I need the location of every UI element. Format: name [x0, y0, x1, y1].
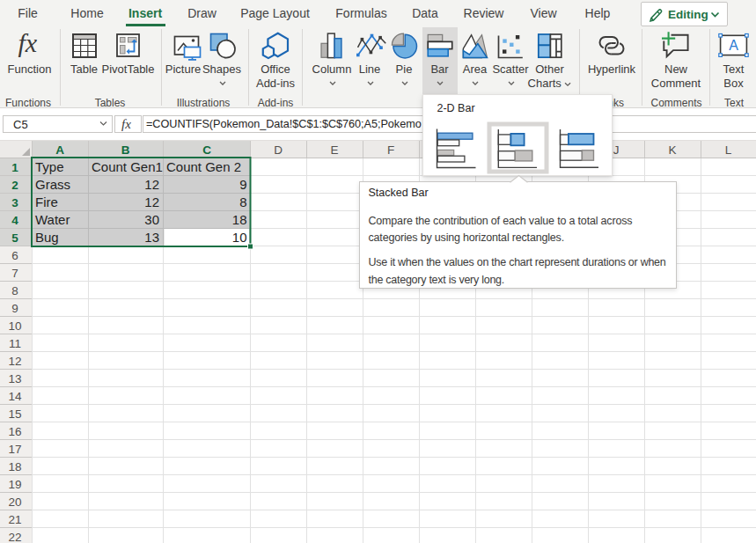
svg-text:J: J — [613, 143, 620, 157]
svg-text:16: 16 — [8, 425, 21, 438]
svg-text:Bug: Bug — [35, 230, 59, 245]
svg-text:6: 6 — [11, 249, 18, 262]
svg-text:9: 9 — [11, 302, 18, 315]
svg-text:19: 19 — [8, 478, 21, 491]
svg-text:8: 8 — [239, 194, 246, 209]
svg-text:15: 15 — [8, 407, 21, 421]
svg-text:3: 3 — [11, 196, 18, 209]
svg-text:12: 12 — [144, 194, 159, 209]
svg-text:Count Gen1: Count Gen1 — [92, 159, 163, 174]
svg-text:F: F — [387, 143, 394, 157]
svg-text:22: 22 — [8, 531, 21, 543]
svg-text:8: 8 — [11, 284, 18, 297]
svg-text:12: 12 — [8, 355, 21, 368]
svg-text:21: 21 — [8, 513, 21, 526]
svg-text:E: E — [330, 143, 338, 157]
svg-text:Water: Water — [35, 212, 70, 227]
svg-text:fx: fx — [18, 28, 38, 57]
svg-text:9: 9 — [239, 177, 246, 192]
svg-text:Type: Type — [35, 159, 64, 174]
svg-text:B: B — [121, 143, 130, 157]
svg-text:fx: fx — [121, 117, 131, 131]
svg-text:13: 13 — [8, 372, 21, 385]
svg-text:A: A — [729, 38, 738, 53]
svg-text:18: 18 — [8, 460, 21, 473]
svg-text:14: 14 — [8, 390, 22, 403]
svg-text:L: L — [725, 143, 732, 157]
svg-text:5: 5 — [11, 231, 18, 245]
svg-text:K: K — [668, 143, 676, 157]
svg-text:11: 11 — [9, 337, 21, 350]
svg-text:2: 2 — [11, 179, 18, 192]
svg-text:4: 4 — [11, 214, 18, 227]
svg-text:Count Gen 2: Count Gen 2 — [166, 159, 241, 174]
svg-text:12: 12 — [144, 177, 159, 192]
svg-text:10: 10 — [232, 230, 247, 245]
svg-text:C: C — [202, 143, 211, 157]
svg-text:A: A — [55, 143, 64, 157]
svg-text:10: 10 — [8, 319, 21, 333]
svg-text:18: 18 — [232, 212, 247, 227]
svg-text:1: 1 — [11, 161, 18, 174]
svg-text:D: D — [274, 143, 283, 157]
svg-text:20: 20 — [8, 495, 21, 509]
svg-text:30: 30 — [144, 212, 159, 227]
svg-text:17: 17 — [8, 443, 21, 456]
svg-text:Grass: Grass — [35, 177, 70, 192]
svg-text:7: 7 — [11, 267, 18, 280]
svg-text:Fire: Fire — [35, 194, 58, 209]
svg-text:13: 13 — [144, 230, 159, 245]
